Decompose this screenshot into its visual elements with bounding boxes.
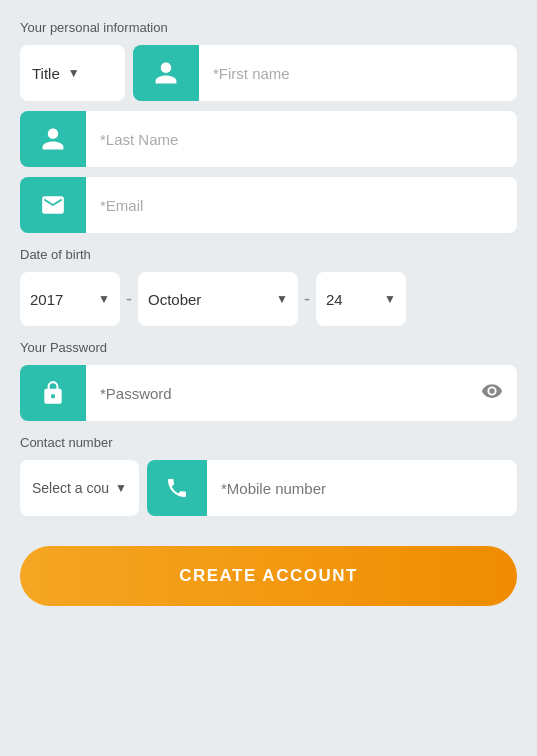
title-label: Title (32, 65, 60, 82)
person-icon (153, 60, 179, 86)
password-section: Your Password (20, 340, 517, 421)
separator-1: - (126, 289, 132, 310)
contact-label: Contact number (20, 435, 517, 450)
contact-section: Contact number Select a cou ▼ (20, 435, 517, 516)
country-chevron-icon: ▼ (115, 481, 127, 495)
email-input[interactable] (86, 177, 517, 233)
person-icon-2 (40, 126, 66, 152)
mobile-group (147, 460, 517, 516)
month-chevron-icon: ▼ (276, 292, 288, 306)
country-dropdown[interactable]: Select a cou ▼ (20, 460, 139, 516)
year-value: 2017 (30, 291, 63, 308)
email-icon-box (20, 177, 86, 233)
title-dropdown[interactable]: Title ▼ (20, 45, 125, 101)
phone-icon-box (147, 460, 207, 516)
year-dropdown[interactable]: 2017 ▼ (20, 272, 120, 326)
firstname-icon-box (133, 45, 199, 101)
dob-label: Date of birth (20, 247, 517, 262)
year-chevron-icon: ▼ (98, 292, 110, 306)
password-row (20, 365, 517, 421)
firstname-group (133, 45, 517, 101)
month-value: October (148, 291, 201, 308)
password-input[interactable] (86, 365, 517, 421)
personal-info-label: Your personal information (20, 20, 517, 35)
lastname-icon-box (20, 111, 86, 167)
dob-section: Date of birth 2017 ▼ - October ▼ - 24 ▼ (20, 247, 517, 326)
day-value: 24 (326, 291, 343, 308)
create-account-button[interactable]: CREATE ACCOUNT (20, 546, 517, 606)
personal-info-section: Your personal information Title ▼ (20, 20, 517, 233)
password-icon-box (20, 365, 86, 421)
separator-2: - (304, 289, 310, 310)
phone-icon (165, 476, 189, 500)
lastname-row (20, 111, 517, 167)
firstname-input[interactable] (199, 45, 517, 101)
dob-row: 2017 ▼ - October ▼ - 24 ▼ (20, 272, 517, 326)
lock-icon (40, 380, 66, 406)
day-dropdown[interactable]: 24 ▼ (316, 272, 406, 326)
email-icon (40, 192, 66, 218)
country-placeholder: Select a cou (32, 480, 109, 496)
email-row (20, 177, 517, 233)
day-chevron-icon: ▼ (384, 292, 396, 306)
title-chevron-icon: ▼ (68, 66, 80, 80)
eye-icon[interactable] (481, 380, 503, 406)
mobile-input[interactable] (207, 460, 517, 516)
contact-row: Select a cou ▼ (20, 460, 517, 516)
password-label: Your Password (20, 340, 517, 355)
month-dropdown[interactable]: October ▼ (138, 272, 298, 326)
lastname-input[interactable] (86, 111, 517, 167)
title-firstname-row: Title ▼ (20, 45, 517, 101)
